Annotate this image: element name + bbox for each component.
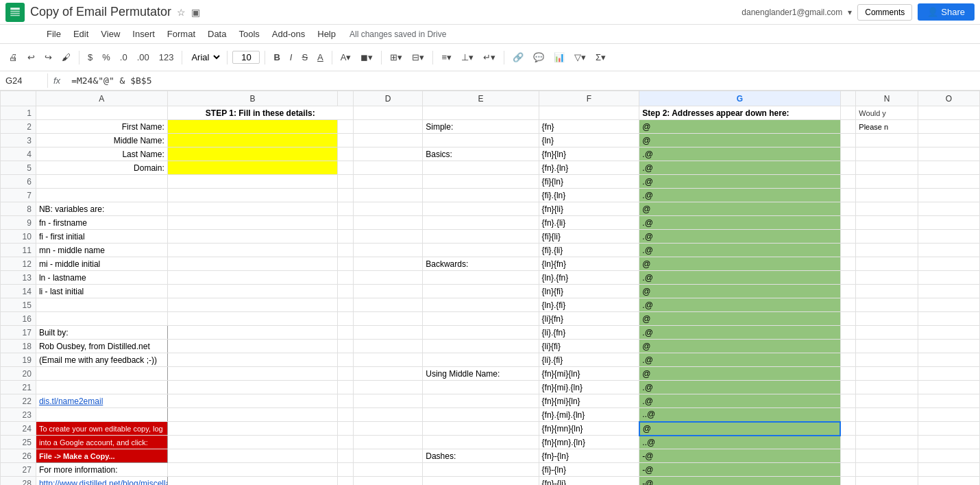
cell-c6[interactable] — [338, 175, 354, 189]
italic-button[interactable]: I — [286, 50, 296, 64]
cell-m15[interactable] — [840, 298, 856, 312]
cell-o9[interactable] — [918, 216, 979, 230]
col-header-o[interactable]: O — [918, 91, 979, 106]
cell-o7[interactable] — [918, 189, 979, 202]
cell-d18[interactable] — [353, 340, 423, 353]
functions-button[interactable]: Σ▾ — [592, 50, 609, 64]
underline-button[interactable]: A — [314, 50, 327, 64]
cell-b14[interactable] — [167, 285, 337, 298]
cell-n3[interactable] — [856, 134, 918, 147]
cell-e14[interactable] — [423, 285, 539, 298]
cell-m11[interactable] — [840, 244, 856, 257]
cell-n10[interactable] — [856, 230, 918, 244]
cell-c27[interactable] — [338, 463, 354, 477]
cell-d28[interactable] — [353, 477, 423, 486]
cell-n28[interactable] — [856, 477, 918, 486]
cell-m24[interactable] — [840, 422, 856, 436]
menu-insert[interactable]: Insert — [127, 27, 160, 41]
currency-button[interactable]: $ — [84, 50, 96, 64]
cell-n26[interactable] — [856, 449, 918, 463]
cell-a3[interactable]: Middle Name: — [36, 134, 167, 147]
font-selector[interactable]: Arial — [187, 50, 222, 64]
format-number[interactable]: 123 — [156, 50, 177, 64]
bold-button[interactable]: B — [270, 50, 283, 64]
cell-m20[interactable] — [840, 367, 856, 381]
cell-c9[interactable] — [338, 216, 354, 230]
comment-button[interactable]: 💬 — [530, 50, 548, 64]
cell-e18[interactable] — [423, 340, 539, 353]
cell-m7[interactable] — [840, 189, 856, 202]
col-header-d[interactable]: D — [353, 91, 423, 106]
cell-m16[interactable] — [840, 312, 856, 326]
cell-m8[interactable] — [840, 202, 856, 216]
col-header-m[interactable] — [840, 91, 856, 106]
cell-n27[interactable] — [856, 463, 918, 477]
cell-b23[interactable] — [167, 408, 337, 422]
col-header-c[interactable] — [338, 91, 354, 106]
cell-n1[interactable]: Would y — [856, 106, 918, 120]
cell-d4[interactable] — [353, 147, 423, 161]
cell-e11[interactable] — [423, 244, 539, 257]
cell-d11[interactable] — [353, 244, 423, 257]
cell-c20[interactable] — [338, 367, 354, 381]
cell-d7[interactable] — [353, 189, 423, 202]
cell-d23[interactable] — [353, 408, 423, 422]
print-button[interactable]: 🖨 — [5, 50, 21, 64]
cell-d5[interactable] — [353, 161, 423, 175]
cell-m10[interactable] — [840, 230, 856, 244]
merge-button[interactable]: ⊟▾ — [408, 50, 428, 64]
cell-m9[interactable] — [840, 216, 856, 230]
cell-c7[interactable] — [338, 189, 354, 202]
cell-o3[interactable] — [918, 134, 979, 147]
font-size-input[interactable] — [232, 51, 260, 64]
percent-button[interactable]: % — [99, 50, 114, 64]
cell-b24[interactable] — [167, 422, 337, 436]
cell-b21[interactable] — [167, 381, 337, 394]
cell-n11[interactable] — [856, 244, 918, 257]
comments-button[interactable]: Comments — [857, 4, 912, 21]
menu-view[interactable]: View — [95, 27, 125, 41]
cell-b18[interactable] — [167, 340, 337, 353]
cell-e19[interactable] — [423, 353, 539, 367]
cell-n13[interactable] — [856, 271, 918, 285]
cell-d12[interactable] — [353, 257, 423, 271]
paint-format-button[interactable]: 🖌 — [58, 50, 74, 64]
filter-button[interactable]: ▽▾ — [571, 50, 589, 64]
menu-help[interactable]: Help — [312, 27, 341, 41]
cell-m25[interactable] — [840, 436, 856, 449]
cell-b6[interactable] — [167, 175, 337, 189]
cell-o13[interactable] — [918, 271, 979, 285]
cell-e23[interactable] — [423, 408, 539, 422]
cell-n12[interactable] — [856, 257, 918, 271]
undo-button[interactable]: ↩ — [24, 50, 38, 64]
cell-o20[interactable] — [918, 367, 979, 381]
cell-o22[interactable] — [918, 394, 979, 408]
cell-o6[interactable] — [918, 175, 979, 189]
cell-m4[interactable] — [840, 147, 856, 161]
cell-d1[interactable] — [353, 106, 423, 120]
cell-c12[interactable] — [338, 257, 354, 271]
cell-o28[interactable] — [918, 477, 979, 486]
cell-c18[interactable] — [338, 340, 354, 353]
decimal-decrease[interactable]: .0 — [117, 50, 131, 64]
cell-n4[interactable] — [856, 147, 918, 161]
cell-m1[interactable] — [840, 106, 856, 120]
cell-c21[interactable] — [338, 381, 354, 394]
cell-c24[interactable] — [338, 422, 354, 436]
cell-e9[interactable] — [423, 216, 539, 230]
cell-o15[interactable] — [918, 298, 979, 312]
cell-b11[interactable] — [167, 244, 337, 257]
cell-d24[interactable] — [353, 422, 423, 436]
cell-m14[interactable] — [840, 285, 856, 298]
cell-a2[interactable]: First Name: — [36, 120, 167, 134]
cell-d14[interactable] — [353, 285, 423, 298]
cell-e13[interactable] — [423, 271, 539, 285]
cell-a21[interactable] — [36, 381, 167, 394]
cell-o26[interactable] — [918, 449, 979, 463]
cell-a1[interactable] — [36, 106, 167, 120]
share-button[interactable]: 👤 Share — [918, 3, 975, 21]
cell-b19[interactable] — [167, 353, 337, 367]
cell-d16[interactable] — [353, 312, 423, 326]
cell-c14[interactable] — [338, 285, 354, 298]
strikethrough-button[interactable]: S — [298, 50, 311, 64]
